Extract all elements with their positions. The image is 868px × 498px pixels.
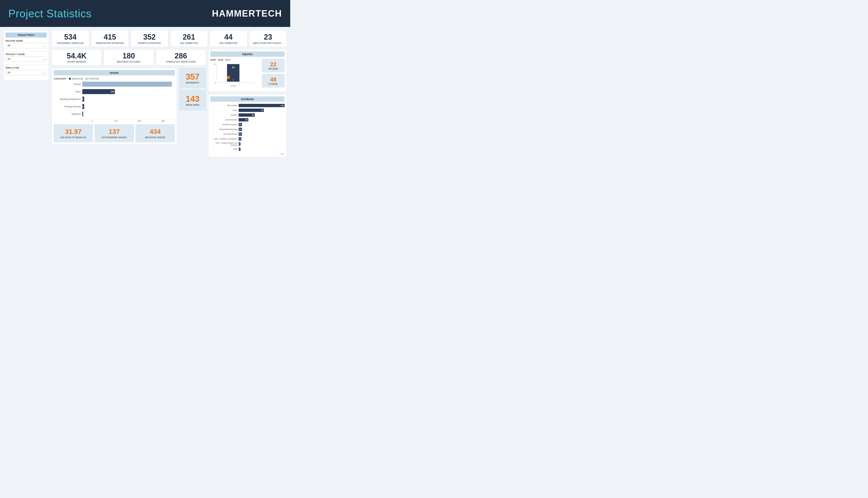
stat-card: 415ORIENTATION APPROVED [91,30,129,47]
fai-dot [218,59,220,61]
region-filter-group: REGION NAME All ⌄ [5,40,47,48]
issues-panel: Issues CATEGORY NEGATIVE POSITIVE [51,68,177,144]
mti-dot [210,59,212,61]
incident-bar-fill: 78 [238,108,264,112]
stat-card: 54.4KHOURS WORKED [51,49,102,66]
region-select[interactable]: All ⌄ [5,43,47,48]
stat-number: 415 [93,33,127,41]
incident-bar-row: VOS - Incident Report and Analysis 6 [210,142,285,146]
incident-bar-row: Theft 5 [210,147,285,151]
incident-bar-fill: 8 [238,137,241,141]
incident-bar-bg: 5 [238,147,285,151]
project-select[interactable]: All ⌄ [5,56,47,62]
incident-bar-bg: 10 [238,132,285,136]
bar-row: Closed 297 [56,82,173,87]
stat-label: MEETINGS OCCURED [106,61,152,63]
project-filter-group: PROJECT NAME All ⌄ [5,53,47,62]
bottom-stat-card: 31.97AVE DAYS TO RESOLVE [54,124,93,142]
stat-card: 261JHA SUBMITTED [170,30,208,47]
stat-card: 286COMPLETED INSPECTIONS [156,49,206,66]
employer-label: EMPLOYER [5,66,47,69]
incident-bar-label: Site Rule Breach [210,133,237,135]
bar-row: Open 120 [56,89,173,94]
stat-card: 23EMPLOYERS WITH SAFET... [249,30,287,47]
injury-svg: 20 0 24 6 Period [210,62,256,89]
incident-bar-fill: 10 [238,132,242,136]
bar-row: Pending Review 5 [56,104,173,109]
injury-legend: MTI FAI LTI [210,59,260,61]
bar-container: 5 [82,104,173,109]
chart-legend: CATEGORY NEGATIVE POSITIVE [54,78,175,80]
negative-label: NEGATIVE [72,78,83,80]
stat-card: 180MEETINGS OCCURED [103,49,154,66]
header: Project Statistics HAMMERTECH [0,0,290,27]
positive-dot [86,78,88,80]
incident-bar-bg: 29 [238,118,285,121]
bar-label: Rejected [56,113,81,115]
bar-container: 2 [82,112,173,117]
positive-legend: POSITIVE [86,78,99,80]
rate-cards: 22MTI RATE48LTI RATE [262,59,285,90]
incident-count-label: INCIDENTS [181,81,204,84]
incident-bar-label: (IP) Incident [210,104,237,106]
incident-bar-fill: 141 [238,104,285,107]
stat-card: 352PERMITS APPROVED [130,30,168,47]
negative-bar: 8 [82,96,84,102]
stat-number: 286 [158,52,204,60]
bar-label: Open [56,90,81,93]
incident-bar-label: PropertyPlantDamage [210,128,237,130]
bottom-stat-number: 31.97 [56,128,91,135]
employer-select[interactable]: All ⌄ [5,70,47,75]
incident-bar-bg: 10 [238,128,285,131]
injuries-panel: Injuries MTI FAI [208,49,287,92]
bottom-stat-label: NEGATIVE ISSUES [138,136,172,139]
incident-bar-bg: 6 [238,142,285,146]
row2-area: 54.4KHOURS WORKED180MEETINGS OCCURED286C… [51,49,287,157]
stat-label: ORIENTATION APPROVED [93,42,127,44]
stats-row-2: 54.4KHOURS WORKED180MEETINGS OCCURED286C… [51,49,206,66]
incident-bar-label: Environmental [210,119,237,121]
stat-label: HOURS WORKED [54,61,100,63]
incident-bar-row: Injury 78 [210,108,285,112]
sidebar: Default Filters REGION NAME All ⌄ PROJEC… [3,30,49,157]
injuries-title: Injuries [210,51,285,57]
rate-number: 22 [264,61,282,68]
stats-row-1: 534PERSONNEL ENROLLED415ORIENTATION APPR… [51,30,287,47]
stat-number: 352 [133,33,166,41]
rate-label: LTI RATE [264,83,282,85]
incident-bar-label: NearMiss (legacy) [210,123,237,126]
stat-number: 534 [54,33,87,41]
incident-bar-bg: 141 [238,104,285,107]
stat-number: 180 [106,52,152,60]
svg-text:Period: Period [231,85,236,87]
incident-bar-bg: 8 [238,137,285,141]
filters-title: Default Filters [5,32,47,38]
incident-bar-label: Incident [210,114,237,116]
incident-bar-fill: 10 [238,128,242,131]
bottom-stat-card: 434NEGATIVE ISSUES [135,124,175,142]
incident-count-card: 143NEAR MISS [179,90,206,110]
negative-bar: 5 [82,104,84,109]
stat-number: 23 [251,33,285,41]
incidents-title: Incidents [210,96,285,102]
incident-bar-label: Injury [210,109,237,111]
incident-bar-row: (IP) Incident 141 [210,104,285,107]
incidents-axis: 100 [210,152,285,155]
incidents-side-column: 357INCIDENTS143NEAR MISS [179,68,206,144]
bar-container: 8 [82,96,173,102]
content-area: 534PERSONNEL ENROLLED415ORIENTATION APPR… [51,30,287,157]
left-col: 54.4KHOURS WORKED180MEETINGS OCCURED286C… [51,49,206,157]
stat-label: COMPLETED INSPECTIONS [158,61,204,63]
negative-bar: 120 [82,89,115,94]
incident-bar-bg: 10 [238,123,285,126]
lti-dot [225,59,227,61]
stat-number: 54.4K [54,52,100,60]
incident-bar-row: PropertyPlantDamage 10 [210,128,285,131]
rate-label: MTI RATE [264,68,282,70]
incident-bar-fill: 49 [238,113,255,117]
incident-bar-row: NearMiss (legacy) 10 [210,123,285,126]
logo: HAMMERTECH [212,8,282,19]
bar-container: 120 [82,89,173,94]
stat-label: PERSONNEL ENROLLED [54,42,87,44]
stat-label: PERMITS APPROVED [133,42,166,44]
